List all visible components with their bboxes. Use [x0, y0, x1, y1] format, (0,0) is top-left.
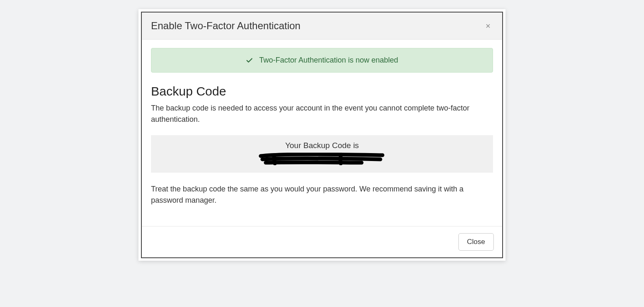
modal-footer: Close	[142, 226, 502, 257]
backup-code-heading: Backup Code	[151, 84, 493, 98]
backup-code-description: The backup code is needed to access your…	[151, 103, 493, 125]
modal-window: Enable Two-Factor Authentication × Two-F…	[141, 12, 503, 258]
backup-code-redaction	[257, 153, 387, 165]
close-icon[interactable]: ×	[483, 20, 493, 32]
success-alert-text: Two-Factor Authentication is now enabled	[259, 56, 398, 65]
backup-code-box: Your Backup Code is	[151, 135, 493, 173]
modal-title: Enable Two-Factor Authentication	[151, 20, 300, 32]
two-factor-modal: Enable Two-Factor Authentication × Two-F…	[142, 13, 502, 257]
backup-code-label: Your Backup Code is	[156, 141, 488, 150]
modal-header: Enable Two-Factor Authentication ×	[142, 13, 502, 40]
success-alert: Two-Factor Authentication is now enabled	[151, 48, 493, 73]
close-button[interactable]: Close	[458, 233, 494, 251]
modal-body: Two-Factor Authentication is now enabled…	[142, 40, 502, 226]
backup-code-advice: Treat the backup code the same as you wo…	[151, 184, 493, 206]
check-icon	[246, 57, 253, 64]
screenshot-frame: Enable Two-Factor Authentication × Two-F…	[138, 9, 506, 261]
